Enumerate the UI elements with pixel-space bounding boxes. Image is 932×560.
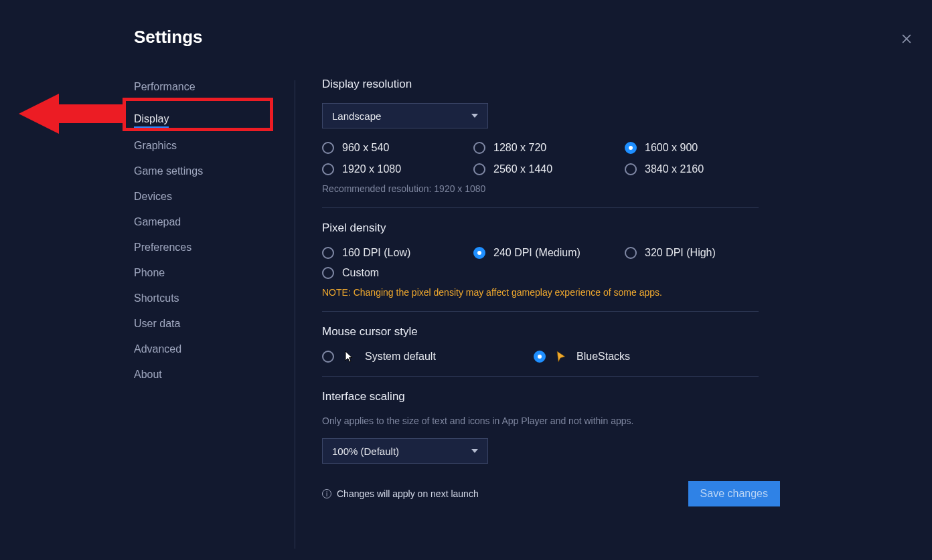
section-scaling: Interface scaling Only applies to the si… — [322, 390, 780, 464]
radio-label: 3840 x 2160 — [645, 163, 704, 175]
system-cursor-icon — [343, 351, 356, 363]
dpi-320[interactable]: 320 DPI (High) — [625, 247, 776, 259]
cursor-system-default[interactable]: System default — [322, 351, 534, 363]
sidebar-item-display[interactable]: Display — [134, 106, 169, 128]
radio-icon — [322, 142, 334, 154]
divider — [322, 376, 759, 377]
dpi-options: 160 DPI (Low) 240 DPI (Medium) 320 DPI (… — [322, 247, 780, 259]
sidebar-item-advanced[interactable]: Advanced — [134, 337, 288, 362]
info-icon: i — [322, 489, 331, 498]
radio-icon — [322, 247, 334, 259]
radio-label: Custom — [342, 267, 379, 279]
content-panel: Display resolution Landscape 960 x 540 1… — [322, 27, 932, 560]
scaling-title: Interface scaling — [322, 390, 780, 403]
scaling-help: Only applies to the size of text and ico… — [322, 415, 780, 426]
dpi-custom[interactable]: Custom — [322, 267, 780, 279]
radio-icon — [473, 163, 485, 175]
radio-icon — [322, 267, 334, 279]
section-resolution: Display resolution Landscape 960 x 540 1… — [322, 78, 780, 208]
sidebar-item-performance[interactable]: Performance — [134, 74, 288, 100]
radio-label: 160 DPI (Low) — [342, 247, 410, 259]
section-dpi: Pixel density 160 DPI (Low) 240 DPI (Med… — [322, 221, 780, 312]
divider — [322, 207, 759, 208]
radio-label: 1600 x 900 — [645, 142, 698, 154]
radio-label: 960 x 540 — [342, 142, 389, 154]
resolution-1920x1080[interactable]: 1920 x 1080 — [322, 163, 473, 175]
resolution-1600x900[interactable]: 1600 x 900 — [625, 142, 776, 154]
orientation-value: Landscape — [332, 110, 381, 122]
radio-label: BlueStacks — [576, 351, 630, 363]
sidebar-item-user-data[interactable]: User data — [134, 311, 288, 337]
sidebar-item-devices[interactable]: Devices — [134, 184, 288, 209]
sidebar-item-preferences[interactable]: Preferences — [134, 235, 288, 260]
chevron-down-icon — [471, 449, 478, 453]
sidebar-item-gamepad[interactable]: Gamepad — [134, 209, 288, 235]
cursor-bluestacks[interactable]: BlueStacks — [534, 351, 745, 363]
footer: i Changes will apply on next launch Save… — [322, 481, 780, 506]
orientation-dropdown[interactable]: Landscape — [322, 103, 488, 128]
radio-icon — [322, 351, 334, 363]
radio-icon — [473, 142, 485, 154]
radio-icon — [534, 351, 546, 363]
save-button[interactable]: Save changes — [688, 481, 780, 506]
svg-marker-2 — [19, 94, 123, 134]
annotation-arrow-icon — [19, 90, 126, 138]
resolution-960x540[interactable]: 960 x 540 — [322, 142, 473, 154]
sidebar: Settings Performance Display Graphics Ga… — [134, 27, 288, 560]
radio-icon — [625, 247, 637, 259]
cursor-options: System default BlueStacks — [322, 351, 780, 363]
sidebar-item-shortcuts[interactable]: Shortcuts — [134, 286, 288, 311]
section-cursor: Mouse cursor style System default BlueSt… — [322, 325, 780, 377]
dpi-240[interactable]: 240 DPI (Medium) — [473, 247, 625, 259]
resolution-title: Display resolution — [322, 78, 780, 91]
scaling-value: 100% (Default) — [332, 446, 399, 457]
dpi-160[interactable]: 160 DPI (Low) — [322, 247, 473, 259]
radio-icon — [625, 142, 637, 154]
resolution-2560x1440[interactable]: 2560 x 1440 — [473, 163, 625, 175]
sidebar-item-graphics[interactable]: Graphics — [134, 133, 288, 159]
dpi-custom-row: Custom — [322, 267, 780, 279]
divider — [322, 311, 759, 312]
cursor-title: Mouse cursor style — [322, 325, 780, 339]
scaling-dropdown[interactable]: 100% (Default) — [322, 438, 488, 464]
sidebar-item-about[interactable]: About — [134, 362, 288, 387]
close-button[interactable] — [900, 32, 913, 45]
radio-label: 240 DPI (Medium) — [493, 247, 580, 259]
resolution-options: 960 x 540 1280 x 720 1600 x 900 1920 x 1… — [322, 142, 780, 175]
sidebar-item-phone[interactable]: Phone — [134, 260, 288, 286]
resolution-1280x720[interactable]: 1280 x 720 — [473, 142, 625, 154]
radio-label: 320 DPI (High) — [645, 247, 716, 259]
radio-label: 2560 x 1440 — [493, 163, 552, 175]
radio-icon — [473, 247, 485, 259]
radio-icon — [625, 163, 637, 175]
sidebar-item-game-settings[interactable]: Game settings — [134, 159, 288, 184]
resolution-3840x2160[interactable]: 3840 x 2160 — [625, 163, 776, 175]
footer-note-text: Changes will apply on next launch — [337, 488, 479, 499]
sidebar-nav: Performance Display Graphics Game settin… — [134, 74, 288, 387]
dpi-note: NOTE: Changing the pixel density may aff… — [322, 287, 780, 298]
dpi-title: Pixel density — [322, 221, 780, 235]
bluestacks-cursor-icon — [555, 351, 567, 363]
footer-note: i Changes will apply on next launch — [322, 488, 479, 499]
radio-icon — [322, 163, 334, 175]
resolution-recommended: Recommended resolution: 1920 x 1080 — [322, 183, 780, 194]
radio-label: System default — [365, 351, 436, 363]
page-title: Settings — [134, 27, 288, 48]
radio-label: 1920 x 1080 — [342, 163, 401, 175]
chevron-down-icon — [471, 114, 478, 118]
vertical-divider — [295, 80, 295, 549]
radio-label: 1280 x 720 — [493, 142, 546, 154]
